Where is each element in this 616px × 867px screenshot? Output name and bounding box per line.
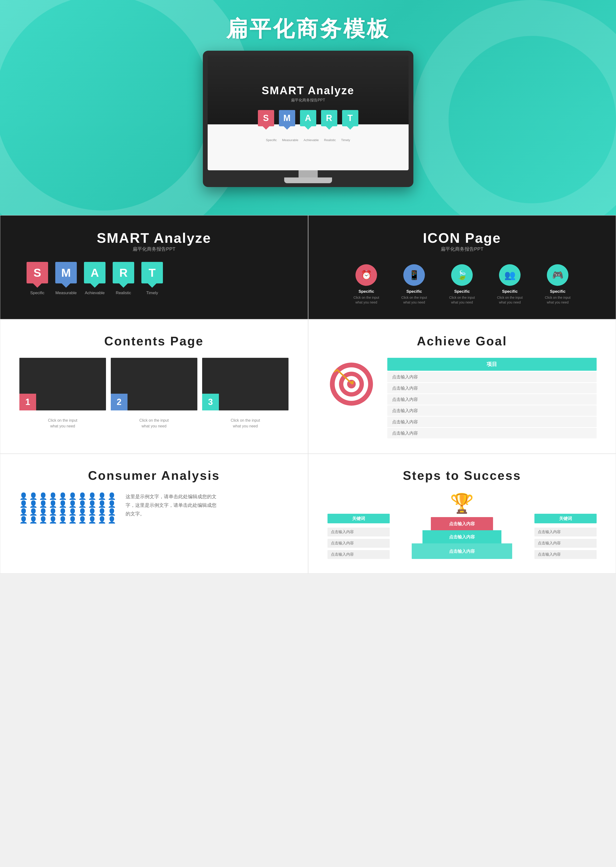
content-desc-2: Click on the inputwhat you need <box>111 418 197 429</box>
person-red-5: 👤 <box>59 492 67 500</box>
contents-desc-row: Click on the inputwhat you need Click on… <box>19 418 289 429</box>
content-img-2: 2 <box>111 358 197 410</box>
target-area: 项目 点击输入内容 点击输入内容 点击输入内容 点击输入内容 点击输入内容 点击… <box>327 358 597 439</box>
person-beige-9: 👤 <box>98 500 106 508</box>
target-row-2: 点击输入内容 <box>387 383 597 393</box>
smart-word-realistic: Realistic <box>324 138 336 142</box>
icon-item-5: 🎮 Specific Click on the inputwhat you ne… <box>539 264 577 305</box>
person-beige-8: 👤 <box>88 500 96 508</box>
person-beige-6: 👤 <box>68 500 77 508</box>
consumer-content-area: 👤 👤 👤 👤 👤 👤 👤 👤 👤 👤 👤 👤 👤 👤 <box>19 492 289 524</box>
person-beige-4: 👤 <box>98 492 106 500</box>
icon-label-3: Specific <box>454 289 470 294</box>
steps-right-item-3: 点击输入内容 <box>534 550 597 559</box>
icon-circle-leaf: 🍃 <box>451 264 473 286</box>
person-beige-20: 👤 <box>108 516 116 524</box>
monitor-outer: SMART Analyze 扁平化商务报告PPT S M A R <box>203 51 413 187</box>
icon-row: ⏰ Specific Click on the inputwhat you ne… <box>327 264 597 305</box>
person-blue-3: 👤 <box>39 500 47 508</box>
person-teal-8: 👤 <box>39 516 47 524</box>
content-desc-3: Click on the inputwhat you need <box>202 418 289 429</box>
steps-left-item-1: 点击输入内容 <box>327 528 390 536</box>
steps-right-col: 关键词 点击输入内容 点击输入内容 点击输入内容 <box>534 514 597 559</box>
smart-w-specific: Specific <box>27 291 48 295</box>
icon-circle-clock: ⏰ <box>355 264 377 286</box>
cell-contents-page: Contents Page 1 2 3 Click on the inputwh… <box>0 319 308 454</box>
person-teal-6: 👤 <box>19 516 28 524</box>
icon-page-title: ICON Page <box>327 230 597 246</box>
icon-label-2: Specific <box>407 289 422 294</box>
person-teal-9: 👤 <box>49 516 57 524</box>
steps-right-item-2: 点击输入内容 <box>534 539 597 548</box>
smart-box-m: M <box>279 110 295 126</box>
icon-desc-1: Click on the inputwhat you need <box>354 295 379 305</box>
person-blue-5: 👤 <box>59 500 67 508</box>
person-teal-2: 👤 <box>29 508 38 516</box>
target-header: 项目 <box>387 358 597 371</box>
icon-item-3: 🍃 Specific Click on the inputwhat you ne… <box>443 264 481 305</box>
pyramid-step-mid: 点击输入内容 <box>423 530 501 543</box>
content-badge-2: 2 <box>111 394 127 410</box>
monitor-stand-neck <box>299 170 318 177</box>
icon-circle-phone: 📱 <box>403 264 425 286</box>
content-badge-3: 3 <box>202 394 219 410</box>
content-grid: SMART Analyze 扁平化商务报告PPT S M A R T Speci… <box>0 215 616 573</box>
person-red-3: 👤 <box>39 492 47 500</box>
icon-item-4: 👥 Specific Click on the inputwhat you ne… <box>491 264 529 305</box>
top-section: 扁平化商务模板 SMART Analyze 扁平化商务报告PPT S M <box>0 0 616 215</box>
person-beige-19: 👤 <box>98 516 106 524</box>
monitor-title: SMART Analyze <box>207 84 409 97</box>
monitor-wrapper: SMART Analyze 扁平化商务报告PPT S M A R <box>203 51 413 187</box>
consumer-text: 这里是示例文字，请单击此处编辑成您的文字，这里是示例文字，请单击此处编辑成您的文… <box>126 492 217 518</box>
person-teal-1: 👤 <box>19 508 28 516</box>
smart-box-a: A <box>300 110 316 126</box>
monitor-subtitle: 扁平化商务报告PPT <box>207 98 409 103</box>
person-beige-7: 👤 <box>78 500 86 508</box>
cell-icon-page: ICON Page 扁平化商务报告PPT ⏰ Specific Click on… <box>308 215 616 319</box>
person-beige-1: 👤 <box>68 492 77 500</box>
person-beige-15: 👤 <box>108 508 116 516</box>
icon-circle-game: 🎮 <box>547 264 568 286</box>
smart-word-specific: Specific <box>266 138 277 142</box>
people-row-4: 👤 👤 👤 👤 👤 👤 👤 👤 👤 👤 <box>19 516 116 524</box>
person-beige-11: 👤 <box>68 508 77 516</box>
achieve-title: Achieve Goal <box>327 334 597 348</box>
sbb-r: R <box>113 262 134 283</box>
cell-consumer-analysis: Consumer Analysis 👤 👤 👤 👤 👤 👤 👤 👤 👤 👤 <box>0 454 308 573</box>
steps-pyramid: 点击输入内容 点击输入内容 点击输入内容 <box>397 517 528 559</box>
pyramid-step-base: 点击输入内容 <box>412 543 512 559</box>
smart-item-m: M <box>279 110 295 126</box>
person-teal-4: 👤 <box>49 508 57 516</box>
content-desc-text-1: Click on the inputwhat you need <box>19 418 106 429</box>
target-table: 项目 点击输入内容 点击输入内容 点击输入内容 点击输入内容 点击输入内容 点击… <box>387 358 597 439</box>
smart-analyze-title: SMART Analyze <box>19 230 289 246</box>
smart-word-timely: Timely <box>341 138 350 142</box>
sbb-a: A <box>84 262 105 283</box>
person-beige-10: 👤 <box>108 500 116 508</box>
people-row-3: 👤 👤 👤 👤 👤 👤 👤 👤 👤 👤 <box>19 508 116 516</box>
content-badge-1: 1 <box>19 394 36 410</box>
content-img-1: 1 <box>19 358 106 410</box>
smart-item-r: R <box>321 110 337 126</box>
steps-layout: 关键词 点击输入内容 点击输入内容 点击输入内容 🏆 点击输入内容 点击输入内容… <box>327 492 597 559</box>
monitor-screen: SMART Analyze 扁平化商务报告PPT S M A R <box>207 55 409 170</box>
smart-item-s: S <box>258 110 274 126</box>
trophy-icon: 🏆 <box>450 492 474 515</box>
monitor-stand-base <box>284 177 332 183</box>
people-row-1: 👤 👤 👤 👤 👤 👤 👤 👤 👤 👤 <box>19 492 116 500</box>
smart-analyze-subtitle: 扁平化商务报告PPT <box>19 246 289 252</box>
person-red-1: 👤 <box>19 492 28 500</box>
smart-item-t: T <box>342 110 358 126</box>
people-row-2: 👤 👤 👤 👤 👤 👤 👤 👤 👤 👤 <box>19 500 116 508</box>
steps-left-item-2: 点击输入内容 <box>327 539 390 548</box>
smart-box-t: T <box>342 110 358 126</box>
consumer-title: Consumer Analysis <box>19 468 289 483</box>
target-row-1: 点击输入内容 <box>387 372 597 382</box>
person-blue-4: 👤 <box>49 500 57 508</box>
steps-center: 🏆 点击输入内容 点击输入内容 点击输入内容 <box>397 492 528 559</box>
target-row-5: 点击输入内容 <box>387 417 597 427</box>
page-title: 扁平化商务模板 <box>226 14 390 44</box>
target-row-6: 点击输入内容 <box>387 428 597 438</box>
icon-circle-people: 👥 <box>499 264 520 286</box>
icon-desc-5: Click on the inputwhat you need <box>545 295 570 305</box>
